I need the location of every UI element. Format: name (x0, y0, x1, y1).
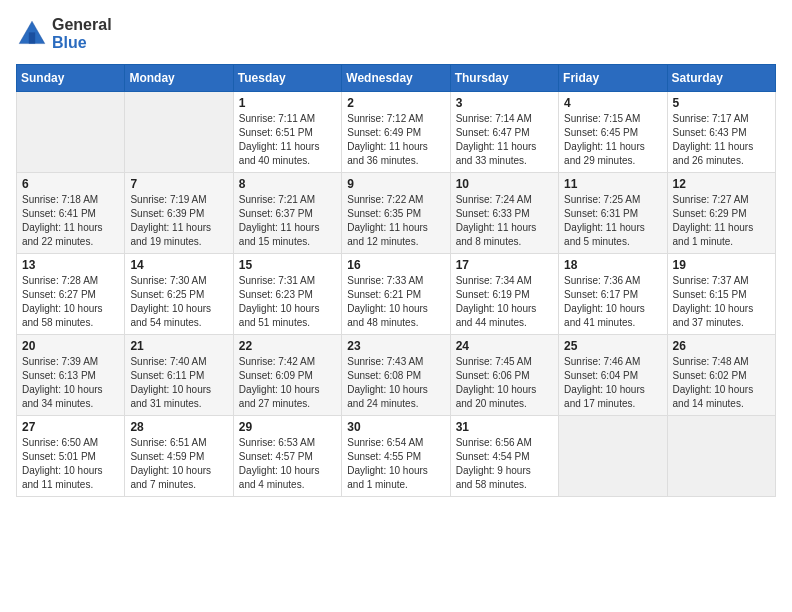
day-info: Sunrise: 7:31 AM Sunset: 6:23 PM Dayligh… (239, 274, 336, 330)
calendar-cell: 15Sunrise: 7:31 AM Sunset: 6:23 PM Dayli… (233, 254, 341, 335)
day-number: 9 (347, 177, 444, 191)
day-number: 20 (22, 339, 119, 353)
day-number: 26 (673, 339, 770, 353)
calendar-cell: 13Sunrise: 7:28 AM Sunset: 6:27 PM Dayli… (17, 254, 125, 335)
svg-rect-2 (29, 32, 35, 43)
day-info: Sunrise: 7:11 AM Sunset: 6:51 PM Dayligh… (239, 112, 336, 168)
calendar-cell (125, 92, 233, 173)
calendar-cell: 29Sunrise: 6:53 AM Sunset: 4:57 PM Dayli… (233, 416, 341, 497)
calendar-cell: 31Sunrise: 6:56 AM Sunset: 4:54 PM Dayli… (450, 416, 558, 497)
day-number: 2 (347, 96, 444, 110)
weekday-header: Sunday (17, 65, 125, 92)
calendar-cell: 4Sunrise: 7:15 AM Sunset: 6:45 PM Daylig… (559, 92, 667, 173)
calendar-cell (559, 416, 667, 497)
day-info: Sunrise: 7:30 AM Sunset: 6:25 PM Dayligh… (130, 274, 227, 330)
day-number: 28 (130, 420, 227, 434)
calendar-cell: 14Sunrise: 7:30 AM Sunset: 6:25 PM Dayli… (125, 254, 233, 335)
day-info: Sunrise: 7:43 AM Sunset: 6:08 PM Dayligh… (347, 355, 444, 411)
day-number: 1 (239, 96, 336, 110)
day-info: Sunrise: 7:22 AM Sunset: 6:35 PM Dayligh… (347, 193, 444, 249)
day-number: 8 (239, 177, 336, 191)
calendar-cell: 16Sunrise: 7:33 AM Sunset: 6:21 PM Dayli… (342, 254, 450, 335)
page-header: General Blue (16, 16, 776, 52)
day-info: Sunrise: 7:33 AM Sunset: 6:21 PM Dayligh… (347, 274, 444, 330)
calendar-cell: 6Sunrise: 7:18 AM Sunset: 6:41 PM Daylig… (17, 173, 125, 254)
day-number: 6 (22, 177, 119, 191)
day-number: 18 (564, 258, 661, 272)
day-info: Sunrise: 7:48 AM Sunset: 6:02 PM Dayligh… (673, 355, 770, 411)
day-number: 7 (130, 177, 227, 191)
day-number: 14 (130, 258, 227, 272)
day-number: 27 (22, 420, 119, 434)
calendar-cell: 28Sunrise: 6:51 AM Sunset: 4:59 PM Dayli… (125, 416, 233, 497)
calendar-cell: 1Sunrise: 7:11 AM Sunset: 6:51 PM Daylig… (233, 92, 341, 173)
calendar-cell: 7Sunrise: 7:19 AM Sunset: 6:39 PM Daylig… (125, 173, 233, 254)
weekday-header: Friday (559, 65, 667, 92)
day-info: Sunrise: 6:53 AM Sunset: 4:57 PM Dayligh… (239, 436, 336, 492)
day-info: Sunrise: 7:18 AM Sunset: 6:41 PM Dayligh… (22, 193, 119, 249)
day-number: 13 (22, 258, 119, 272)
logo-icon (16, 18, 48, 50)
day-info: Sunrise: 7:25 AM Sunset: 6:31 PM Dayligh… (564, 193, 661, 249)
day-number: 29 (239, 420, 336, 434)
day-number: 31 (456, 420, 553, 434)
calendar-cell: 20Sunrise: 7:39 AM Sunset: 6:13 PM Dayli… (17, 335, 125, 416)
day-info: Sunrise: 7:15 AM Sunset: 6:45 PM Dayligh… (564, 112, 661, 168)
calendar-cell (17, 92, 125, 173)
calendar-cell (667, 416, 775, 497)
day-info: Sunrise: 7:12 AM Sunset: 6:49 PM Dayligh… (347, 112, 444, 168)
day-info: Sunrise: 6:50 AM Sunset: 5:01 PM Dayligh… (22, 436, 119, 492)
calendar-cell: 22Sunrise: 7:42 AM Sunset: 6:09 PM Dayli… (233, 335, 341, 416)
calendar-cell: 23Sunrise: 7:43 AM Sunset: 6:08 PM Dayli… (342, 335, 450, 416)
day-info: Sunrise: 7:17 AM Sunset: 6:43 PM Dayligh… (673, 112, 770, 168)
calendar-cell: 11Sunrise: 7:25 AM Sunset: 6:31 PM Dayli… (559, 173, 667, 254)
day-info: Sunrise: 7:42 AM Sunset: 6:09 PM Dayligh… (239, 355, 336, 411)
weekday-header: Wednesday (342, 65, 450, 92)
weekday-header: Saturday (667, 65, 775, 92)
logo: General Blue (16, 16, 112, 52)
day-info: Sunrise: 7:27 AM Sunset: 6:29 PM Dayligh… (673, 193, 770, 249)
day-number: 16 (347, 258, 444, 272)
day-info: Sunrise: 7:28 AM Sunset: 6:27 PM Dayligh… (22, 274, 119, 330)
day-info: Sunrise: 7:14 AM Sunset: 6:47 PM Dayligh… (456, 112, 553, 168)
day-number: 11 (564, 177, 661, 191)
calendar-cell: 2Sunrise: 7:12 AM Sunset: 6:49 PM Daylig… (342, 92, 450, 173)
day-number: 24 (456, 339, 553, 353)
day-number: 10 (456, 177, 553, 191)
day-info: Sunrise: 6:56 AM Sunset: 4:54 PM Dayligh… (456, 436, 553, 492)
day-info: Sunrise: 7:37 AM Sunset: 6:15 PM Dayligh… (673, 274, 770, 330)
calendar-header: SundayMondayTuesdayWednesdayThursdayFrid… (17, 65, 776, 92)
day-number: 25 (564, 339, 661, 353)
day-info: Sunrise: 7:45 AM Sunset: 6:06 PM Dayligh… (456, 355, 553, 411)
day-info: Sunrise: 7:34 AM Sunset: 6:19 PM Dayligh… (456, 274, 553, 330)
day-info: Sunrise: 7:19 AM Sunset: 6:39 PM Dayligh… (130, 193, 227, 249)
calendar-cell: 5Sunrise: 7:17 AM Sunset: 6:43 PM Daylig… (667, 92, 775, 173)
day-info: Sunrise: 7:36 AM Sunset: 6:17 PM Dayligh… (564, 274, 661, 330)
weekday-header: Tuesday (233, 65, 341, 92)
calendar-cell: 12Sunrise: 7:27 AM Sunset: 6:29 PM Dayli… (667, 173, 775, 254)
day-number: 15 (239, 258, 336, 272)
day-number: 23 (347, 339, 444, 353)
calendar-cell: 24Sunrise: 7:45 AM Sunset: 6:06 PM Dayli… (450, 335, 558, 416)
calendar-table: SundayMondayTuesdayWednesdayThursdayFrid… (16, 64, 776, 497)
day-number: 19 (673, 258, 770, 272)
day-info: Sunrise: 6:54 AM Sunset: 4:55 PM Dayligh… (347, 436, 444, 492)
calendar-cell: 18Sunrise: 7:36 AM Sunset: 6:17 PM Dayli… (559, 254, 667, 335)
day-info: Sunrise: 7:40 AM Sunset: 6:11 PM Dayligh… (130, 355, 227, 411)
calendar-cell: 30Sunrise: 6:54 AM Sunset: 4:55 PM Dayli… (342, 416, 450, 497)
day-info: Sunrise: 7:39 AM Sunset: 6:13 PM Dayligh… (22, 355, 119, 411)
calendar-cell: 3Sunrise: 7:14 AM Sunset: 6:47 PM Daylig… (450, 92, 558, 173)
logo-text: General Blue (52, 16, 112, 52)
day-info: Sunrise: 7:24 AM Sunset: 6:33 PM Dayligh… (456, 193, 553, 249)
day-number: 22 (239, 339, 336, 353)
day-number: 5 (673, 96, 770, 110)
calendar-cell: 21Sunrise: 7:40 AM Sunset: 6:11 PM Dayli… (125, 335, 233, 416)
calendar-cell: 26Sunrise: 7:48 AM Sunset: 6:02 PM Dayli… (667, 335, 775, 416)
calendar-cell: 8Sunrise: 7:21 AM Sunset: 6:37 PM Daylig… (233, 173, 341, 254)
weekday-header: Monday (125, 65, 233, 92)
day-number: 4 (564, 96, 661, 110)
day-info: Sunrise: 7:46 AM Sunset: 6:04 PM Dayligh… (564, 355, 661, 411)
day-number: 21 (130, 339, 227, 353)
calendar-cell: 27Sunrise: 6:50 AM Sunset: 5:01 PM Dayli… (17, 416, 125, 497)
calendar-cell: 17Sunrise: 7:34 AM Sunset: 6:19 PM Dayli… (450, 254, 558, 335)
